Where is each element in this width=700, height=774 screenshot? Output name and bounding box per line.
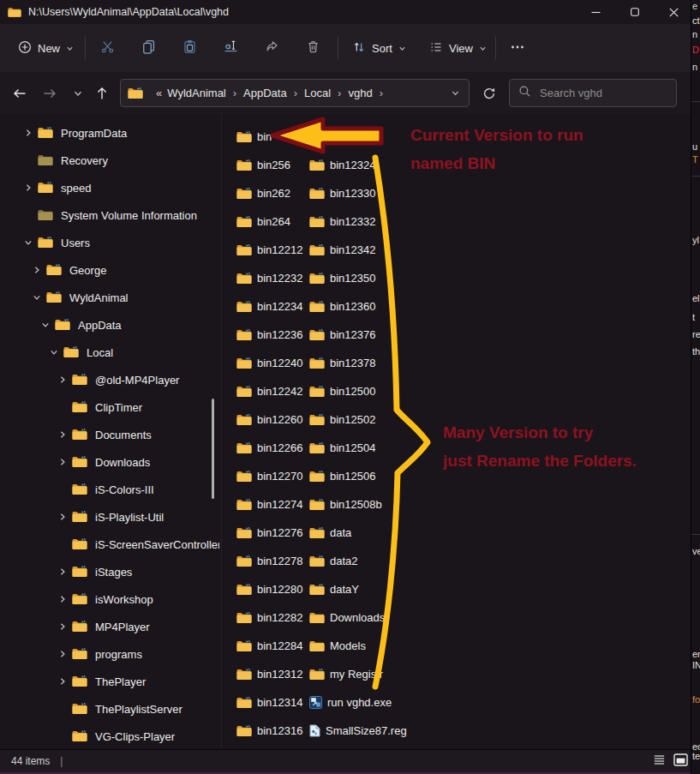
chevron-right-icon[interactable]	[22, 183, 34, 192]
copy-button[interactable]	[134, 33, 164, 63]
search-box[interactable]	[509, 79, 677, 107]
chevron-down-icon[interactable]	[31, 293, 43, 302]
sidebar-item-documents[interactable]: Documents	[0, 421, 219, 448]
breadcrumb-segment-wyldanimal[interactable]: WyldAnimal	[165, 87, 228, 99]
chevron-right-icon[interactable]	[57, 513, 69, 521]
address-dropdown-icon[interactable]	[449, 88, 462, 98]
breadcrumb-segment-vghd[interactable]: vghd	[346, 87, 374, 99]
sidebar-item-vg-clips-player[interactable]: VG-Clips-Player	[0, 723, 219, 749]
sidebar-item-is-colors-iii[interactable]: iS-Colors-III	[0, 476, 219, 503]
chevron-right-icon[interactable]	[22, 129, 34, 137]
sidebar-item-speed[interactable]: speed	[0, 174, 219, 201]
file-item-models[interactable]: Models	[309, 632, 407, 660]
sidebar-item-local[interactable]: Local	[0, 339, 219, 366]
sidebar-item-isworkshop[interactable]: isWorkshop	[0, 585, 219, 613]
file-item-bin12378[interactable]: bin12378	[309, 349, 407, 377]
chevron-down-icon[interactable]	[22, 238, 34, 247]
file-item-bin12324[interactable]: bin12324	[309, 151, 407, 179]
sidebar-item-istages[interactable]: iStages	[0, 558, 219, 585]
file-item-smallsize87-reg[interactable]: SmallSize87.reg	[309, 717, 407, 745]
sidebar-item-cliptimer[interactable]: ClipTimer	[0, 393, 219, 421]
file-item-bin12312[interactable]: bin12312	[236, 660, 303, 688]
sidebar-item-recovery[interactable]: Recovery	[0, 147, 219, 174]
chevron-right-icon[interactable]	[57, 677, 69, 686]
rename-button[interactable]	[216, 33, 246, 63]
chevron-down-icon[interactable]	[48, 348, 60, 357]
file-item-bin12360[interactable]: bin12360	[309, 292, 407, 321]
maximize-button[interactable]	[616, 0, 654, 24]
file-item-data2[interactable]: data2	[309, 547, 407, 575]
recent-locations-button[interactable]	[65, 81, 91, 106]
file-item-bin12232[interactable]: bin12232	[236, 264, 303, 292]
breadcrumb-segment-local[interactable]: Local	[302, 87, 332, 99]
file-item-bin12274[interactable]: bin12274	[236, 490, 303, 519]
file-item-bin12342[interactable]: bin12342	[309, 236, 407, 264]
chevron-right-icon[interactable]	[57, 650, 69, 658]
view-button[interactable]: View	[422, 33, 494, 63]
file-item-bin12284[interactable]: bin12284	[236, 632, 303, 660]
chevron-right-icon[interactable]	[57, 595, 69, 603]
breadcrumb-separator[interactable]: ›	[289, 87, 302, 99]
file-item-bin12234[interactable]: bin12234	[236, 292, 303, 321]
file-item-bin12506[interactable]: bin12506	[309, 462, 407, 490]
sidebar-item-appdata[interactable]: AppData	[0, 311, 219, 339]
minimize-button[interactable]	[577, 0, 614, 24]
more-options-button[interactable]	[502, 33, 533, 63]
chevron-right-icon[interactable]	[57, 458, 69, 466]
file-item-my-registr[interactable]: my Registr	[309, 660, 407, 688]
file-item-downloads[interactable]: Downloads	[309, 603, 407, 632]
file-item-bin12350[interactable]: bin12350	[309, 264, 407, 292]
file-item-bin12278[interactable]: bin12278	[236, 547, 303, 575]
file-item-bin12236[interactable]: bin12236	[236, 321, 303, 349]
chevron-right-icon[interactable]	[57, 567, 69, 576]
file-item-bin256[interactable]: bin256	[236, 151, 303, 179]
sidebar-item-users[interactable]: Users	[0, 229, 219, 256]
file-item-bin262[interactable]: bin262	[236, 179, 303, 207]
file-item-bin12502[interactable]: bin12502	[309, 405, 407, 434]
close-button[interactable]	[655, 0, 692, 24]
file-item-bin12314[interactable]: bin12314	[236, 688, 303, 717]
chevron-right-icon[interactable]	[57, 430, 69, 439]
file-item-bin12260[interactable]: bin12260	[236, 405, 303, 434]
chevron-right-icon[interactable]	[57, 622, 69, 631]
details-view-toggle-icon[interactable]	[652, 753, 667, 770]
file-item-bin12270[interactable]: bin12270	[236, 462, 303, 490]
sidebar-item-downloads[interactable]: Downloads	[0, 448, 219, 476]
file-item-run-vghd-exe[interactable]: run vghd.exe	[309, 688, 407, 717]
paste-button[interactable]	[175, 33, 205, 63]
breadcrumb-separator[interactable]: ›	[374, 87, 388, 99]
chevron-right-icon[interactable]	[57, 375, 69, 384]
file-item-bin12330[interactable]: bin12330	[309, 179, 407, 207]
file-item-bin[interactable]: bin	[236, 123, 303, 151]
chevron-right-icon[interactable]	[31, 266, 43, 274]
sidebar-item-system-volume-information[interactable]: System Volume Information	[0, 201, 219, 229]
sidebar-item-is-playlist-util[interactable]: iS-Playlist-Util	[0, 503, 219, 531]
forward-button[interactable]	[37, 81, 63, 106]
sort-button[interactable]: Sort	[344, 33, 414, 63]
file-item-bin12376[interactable]: bin12376	[309, 321, 407, 349]
sidebar-item-mp4player[interactable]: MP4Player	[0, 613, 219, 640]
sidebar-item-is-screensavercontroller[interactable]: iS-ScreenSaverController	[0, 531, 219, 558]
up-button[interactable]	[89, 81, 115, 106]
delete-button[interactable]	[298, 33, 328, 63]
breadcrumb-separator[interactable]: ›	[332, 87, 346, 99]
file-item-bin12266[interactable]: bin12266	[236, 434, 303, 462]
large-icons-view-toggle-icon[interactable]	[673, 753, 688, 770]
refresh-button[interactable]	[476, 79, 502, 107]
sidebar-item-old-mp4player[interactable]: @old-MP4Player	[0, 366, 219, 393]
sidebar-scrollbar[interactable]	[212, 399, 214, 499]
file-item-bin12504[interactable]: bin12504	[309, 434, 407, 462]
sidebar-item-programs[interactable]: programs	[0, 640, 219, 668]
new-button[interactable]: New	[10, 33, 81, 63]
sidebar-item-theplaylistserver[interactable]: ThePlaylistServer	[0, 695, 219, 723]
search-input[interactable]	[538, 86, 692, 100]
file-item-bin264[interactable]: bin264	[236, 207, 303, 236]
file-item-bin12242[interactable]: bin12242	[236, 377, 303, 405]
file-item-data[interactable]: data	[309, 519, 407, 547]
back-button[interactable]	[7, 81, 33, 106]
file-item-bin12500[interactable]: bin12500	[309, 377, 407, 405]
breadcrumb-segment-appdata[interactable]: AppData	[242, 87, 289, 99]
breadcrumb-collapse[interactable]: «	[156, 87, 162, 99]
file-item-bin12276[interactable]: bin12276	[236, 519, 303, 547]
breadcrumb[interactable]: « WyldAnimal›AppData›Local›vghd›	[120, 79, 470, 107]
